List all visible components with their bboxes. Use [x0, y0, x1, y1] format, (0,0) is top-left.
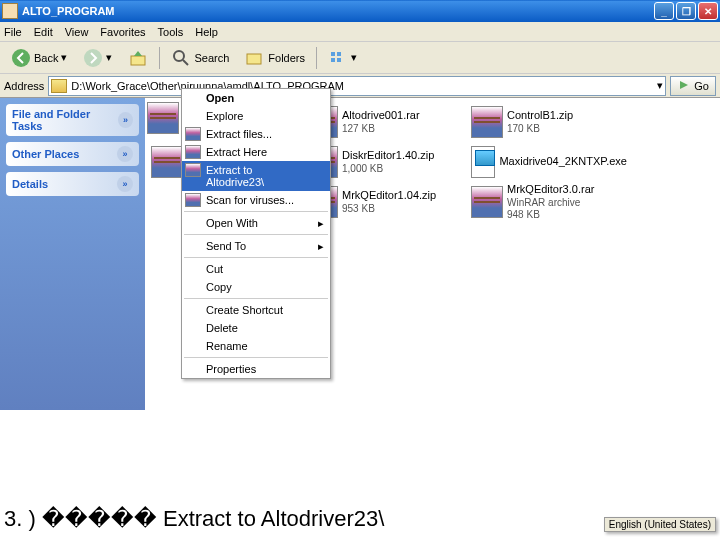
svg-point-1 — [84, 49, 102, 67]
menu-item-label: Send To — [206, 240, 246, 252]
menu-file[interactable]: File — [4, 26, 22, 38]
context-menu-item[interactable]: Delete — [182, 319, 330, 337]
svg-rect-6 — [331, 52, 335, 56]
context-menu-item[interactable]: Extract to Altodrive23\ — [182, 161, 330, 191]
chevron-down-icon: ▾ — [351, 51, 357, 64]
folders-icon — [245, 48, 265, 68]
file-item[interactable]: MrkQEditor3.0.rarWinRAR archive948 KB — [469, 182, 629, 222]
exe-icon — [471, 146, 495, 178]
context-menu-item[interactable]: Open — [182, 89, 330, 107]
context-menu: OpenExploreExtract files...Extract HereE… — [181, 88, 331, 379]
menu-view[interactable]: View — [65, 26, 89, 38]
svg-point-3 — [174, 51, 184, 61]
menu-item-label: Delete — [206, 322, 238, 334]
window-title: ALTO_PROGRAM — [22, 5, 654, 17]
chevron-down-icon: ▾ — [61, 51, 67, 64]
go-icon — [677, 78, 691, 94]
context-menu-item[interactable]: Copy — [182, 278, 330, 296]
instruction-text: 3. ) ����� Extract to Altodriver23\ — [4, 506, 384, 532]
chevron-down-icon: ▾ — [106, 51, 112, 64]
folder-icon — [51, 79, 67, 93]
search-icon — [171, 48, 191, 68]
bottom-zone: 3. ) ����� Extract to Altodriver23\ Engl… — [0, 410, 720, 540]
menu-item-label: Rename — [206, 340, 248, 352]
context-menu-item[interactable]: Extract Here — [182, 143, 330, 161]
file-name: MrkQEditor1.04.zip — [342, 189, 436, 202]
task-title: File and Folder Tasks — [12, 108, 118, 132]
back-button[interactable]: Back ▾ — [4, 45, 74, 71]
file-name: DiskrEditor1.40.zip — [342, 149, 434, 162]
archive-icon — [185, 127, 201, 141]
title-bar: ALTO_PROGRAM _ ❐ ✕ — [0, 0, 720, 22]
menu-item-label: Extract files... — [206, 128, 272, 140]
file-meta: 127 KB — [342, 123, 420, 135]
archive-icon — [147, 102, 179, 134]
archive-icon — [471, 106, 503, 138]
go-label: Go — [694, 80, 709, 92]
menu-separator — [184, 234, 328, 235]
task-other-places[interactable]: Other Places» — [6, 142, 139, 166]
archive-icon — [185, 193, 201, 207]
back-label: Back — [34, 52, 58, 64]
chevron-icon[interactable]: » — [117, 176, 133, 192]
folders-button[interactable]: Folders — [238, 45, 312, 71]
address-input[interactable] — [71, 80, 657, 92]
archive-icon — [185, 163, 201, 177]
menu-separator — [184, 211, 328, 212]
chevron-icon[interactable]: » — [118, 112, 133, 128]
svg-rect-2 — [131, 56, 145, 65]
go-button[interactable]: Go — [670, 76, 716, 96]
file-meta: 1,000 KB — [342, 163, 434, 175]
main-area: File and Folder Tasks» Other Places» Det… — [0, 98, 720, 410]
context-menu-item[interactable]: Rename — [182, 337, 330, 355]
menu-bar: File Edit View Favorites Tools Help — [0, 22, 720, 42]
menu-edit[interactable]: Edit — [34, 26, 53, 38]
menu-tools[interactable]: Tools — [158, 26, 184, 38]
menu-separator — [184, 298, 328, 299]
context-menu-item[interactable]: Open With — [182, 214, 330, 232]
context-menu-item[interactable]: Create Shortcut — [182, 301, 330, 319]
task-file-folder[interactable]: File and Folder Tasks» — [6, 104, 139, 136]
forward-button[interactable]: ▾ — [76, 45, 119, 71]
file-item[interactable]: ControlB1.zip170 KB — [469, 102, 629, 142]
archive-icon — [185, 145, 201, 159]
context-menu-item[interactable]: Send To — [182, 237, 330, 255]
file-meta: 170 KB — [507, 123, 573, 135]
svg-rect-9 — [337, 58, 341, 62]
context-menu-item[interactable]: Properties — [182, 360, 330, 378]
context-menu-item[interactable]: Cut — [182, 260, 330, 278]
file-meta: 953 KB — [342, 203, 436, 215]
chevron-icon[interactable]: » — [117, 146, 133, 162]
svg-rect-8 — [331, 58, 335, 62]
menu-item-label: Explore — [206, 110, 243, 122]
separator — [159, 47, 160, 69]
views-button[interactable]: ▾ — [321, 45, 364, 71]
tasks-panel: File and Folder Tasks» Other Places» Det… — [0, 98, 145, 410]
up-button[interactable] — [121, 45, 155, 71]
chevron-down-icon[interactable]: ▾ — [657, 79, 663, 92]
context-menu-item[interactable]: Explore — [182, 107, 330, 125]
menu-item-label: Cut — [206, 263, 223, 275]
menu-favorites[interactable]: Favorites — [100, 26, 145, 38]
close-button[interactable]: ✕ — [698, 2, 718, 20]
language-indicator[interactable]: English (United States) — [604, 517, 716, 532]
context-menu-item[interactable]: Extract files... — [182, 125, 330, 143]
svg-point-0 — [12, 49, 30, 67]
maximize-button[interactable]: ❐ — [676, 2, 696, 20]
context-menu-item[interactable]: Scan for viruses... — [182, 191, 330, 209]
menu-item-label: Properties — [206, 363, 256, 375]
forward-icon — [83, 48, 103, 68]
minimize-button[interactable]: _ — [654, 2, 674, 20]
back-icon — [11, 48, 31, 68]
menu-item-label: Open — [206, 92, 234, 104]
menu-separator — [184, 257, 328, 258]
menu-item-label: Copy — [206, 281, 232, 293]
menu-item-label: Extract to Altodrive23\ — [206, 164, 264, 188]
file-name: Maxidrive04_2KNTXP.exe — [499, 155, 627, 168]
menu-help[interactable]: Help — [195, 26, 218, 38]
file-item[interactable]: Maxidrive04_2KNTXP.exe — [469, 142, 629, 182]
address-field[interactable]: ▾ — [48, 76, 666, 96]
menu-item-label: Open With — [206, 217, 258, 229]
search-button[interactable]: Search — [164, 45, 236, 71]
task-details[interactable]: Details» — [6, 172, 139, 196]
